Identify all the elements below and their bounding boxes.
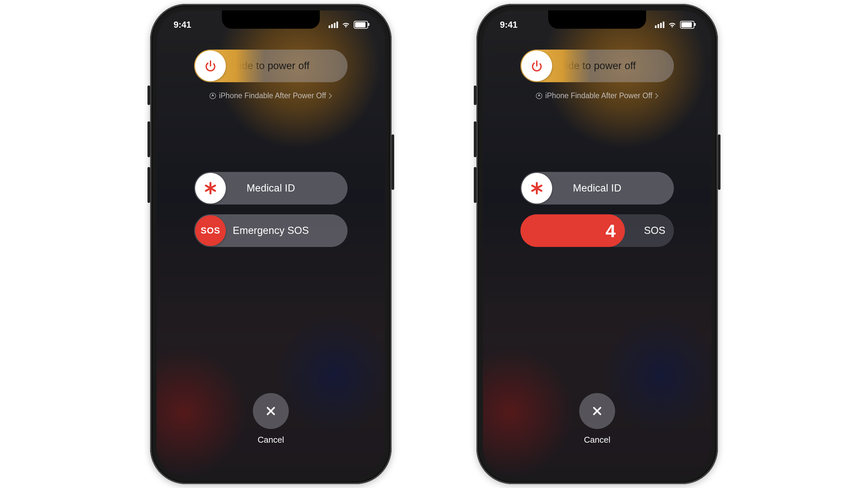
chevron-right-icon	[329, 93, 333, 99]
phone-right: 9:41	[476, 4, 718, 484]
phone-left: 9:41	[150, 4, 392, 484]
emergency-sos-slider[interactable]: SOS Emergency SOS	[194, 214, 347, 247]
cellular-icon	[329, 22, 338, 28]
findable-text: iPhone Findable After Power Off	[545, 91, 652, 100]
power-icon	[530, 59, 544, 73]
sos-countdown-number: 4	[605, 220, 615, 241]
sos-knob[interactable]: SOS	[195, 215, 226, 246]
emergency-sos-countdown[interactable]: SOS 4	[521, 214, 674, 247]
mute-switch[interactable]	[148, 86, 150, 105]
medical-id-slider[interactable]: Medical ID	[521, 172, 674, 204]
medical-id-knob[interactable]	[195, 173, 226, 203]
sos-stub-label: SOS	[644, 225, 665, 236]
volume-down-button[interactable]	[148, 167, 150, 203]
battery-icon	[354, 21, 368, 29]
medical-id-slider[interactable]: Medical ID	[194, 172, 347, 204]
findable-link[interactable]: iPhone Findable After Power Off	[157, 91, 385, 100]
sos-knob-label: SOS	[201, 226, 220, 236]
medical-id-knob[interactable]	[522, 173, 552, 203]
findable-text: iPhone Findable After Power Off	[219, 91, 326, 100]
volume-up-button[interactable]	[474, 121, 476, 157]
status-bar: 9:41	[483, 18, 711, 31]
mute-switch[interactable]	[474, 86, 476, 105]
status-time: 9:41	[174, 20, 191, 30]
power-icon	[203, 59, 218, 73]
volume-up-button[interactable]	[148, 121, 150, 157]
status-bar: 9:41	[157, 18, 385, 31]
medical-asterisk-icon	[203, 181, 218, 195]
side-button[interactable]	[718, 134, 720, 190]
findmy-icon	[209, 92, 216, 99]
power-off-knob[interactable]	[195, 51, 226, 81]
power-off-knob[interactable]	[522, 51, 552, 81]
power-off-slider[interactable]: slide to power off	[521, 50, 674, 82]
chevron-right-icon	[655, 93, 659, 99]
wifi-icon	[668, 21, 677, 28]
battery-icon	[680, 21, 694, 29]
wifi-icon	[341, 21, 350, 28]
cellular-icon	[655, 22, 664, 28]
medical-asterisk-icon	[530, 181, 544, 195]
sos-countdown-fill: 4	[521, 214, 625, 247]
findmy-icon	[535, 92, 542, 99]
status-time: 9:41	[500, 20, 518, 30]
findable-link[interactable]: iPhone Findable After Power Off	[483, 91, 711, 100]
volume-down-button[interactable]	[474, 167, 476, 203]
side-button[interactable]	[392, 134, 394, 190]
power-off-slider[interactable]: slide to power off	[194, 50, 347, 82]
